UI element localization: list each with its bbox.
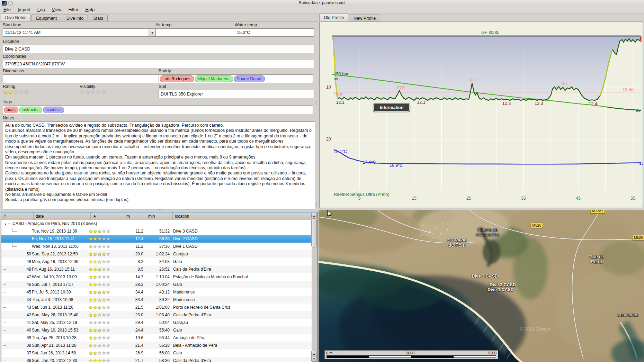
dive-row[interactable]: –38Sun, Apr 21, 2013 11:28★★★★★21.456:28… [1,342,312,349]
dive-row[interactable]: –37Sat, Jan 26, 2013 14:58★★★★★26.956:08… [1,349,312,357]
star-icon: ★ [97,335,102,341]
menu-view[interactable]: View [48,6,65,13]
tab-equipment[interactable]: Equipment [32,15,61,21]
vertical-splitter-handle-2[interactable] [316,202,317,207]
visibility-stars[interactable]: ★★★★★ [80,89,106,95]
dive-row[interactable]: –43Sat, Jun 1, 2013 11:26★★★★★21.51:01:0… [1,304,312,311]
dive-row[interactable]: –47Wed, Jul 10, 2013 13:09★★★★★14.71:10:… [1,273,312,281]
dive-row[interactable]: –41Sat, May 25, 2013 12:19★★★★★29.450:04… [1,319,312,326]
dive-profile-chart: GF 30/85 150 bar air 80 10.8m 10.8 16 Re… [319,21,643,208]
dive-row[interactable]: –46Sun, Jul 7, 2013 17:17★★★★★28.21:00:2… [1,281,312,288]
star-icon: ★ [85,89,90,95]
pressure-end-label: 80 [636,108,641,113]
scale-max: 5200 [488,351,497,355]
dive-row[interactable]: Wed, Nov 13, 2013 11:06★★★★★11.237:36Div… [1,243,312,250]
chevron-down-icon[interactable]: ▼ [149,29,156,36]
col-duration[interactable]: min [146,212,172,220]
chip-scientific[interactable]: scientific [43,107,64,113]
chip-luís-rodrigues[interactable]: Luís Rodrigues, [160,75,194,82]
scroll-down-button[interactable]: ▼ [311,356,317,362]
star-icon: ★ [89,305,93,310]
col-depth[interactable]: m [124,212,146,220]
star-icon: ★ [90,89,96,95]
subsurface-window: Subsurface: paneves.xml FileImportLogVie… [0,0,644,362]
dive-site-marker-2[interactable]: Dive 2 CASD [490,282,516,287]
menu-import[interactable]: Import [14,6,34,13]
tab-old-profile[interactable]: Old Profile [319,13,348,21]
dive-row[interactable]: –40Sun, May 19, 2013 15:53★★★★★24.455:40… [1,326,312,334]
water-label-line1: Ribeira de [477,227,498,232]
tab-dive-info[interactable]: Dive Info [62,15,88,21]
water-temp-field[interactable]: 15.3°C [235,28,314,37]
star-icon: ★ [93,327,98,333]
dive-site-map[interactable]: M1281 M526 M526 Ribeira de Alcantarilha … [319,210,644,362]
location-field[interactable]: Dive 2 CASD [3,45,314,53]
tab-new-profile[interactable]: New Profile [349,15,380,21]
tab-dive-notes[interactable]: Dive Notes [1,13,31,21]
horizontal-splitter-handle[interactable] [158,209,162,210]
coordinates-field[interactable]: 37°05'23.460"N 8°20'47.879"W [3,60,314,68]
vertical-splitter-handle[interactable] [316,101,317,105]
x-tick: 55 [630,196,635,201]
buddy-label: Buddy [159,69,171,73]
collapse-icon[interactable]: ∨ [4,222,7,226]
dive-row[interactable]: –42Sun, May 26, 2013 15:40★★★★★23.01:03:… [1,311,312,319]
location-label: Location [3,39,19,44]
tab-stats[interactable]: Stats [89,15,108,21]
scroll-up-button[interactable]: ▲ [311,213,317,218]
event-depth-label: 9.1 [470,78,476,83]
col-rating[interactable]: ★ [90,212,124,220]
air-temp-field[interactable] [155,28,236,37]
dive-row[interactable]: Tue, Nov 19, 2013 11:39★★★★★11.251:32Div… [1,227,312,235]
star-icon: ★ [102,343,106,348]
chip-miguel-madureira[interactable]: Miguel Madureira, [195,75,233,82]
star-icon: ★ [89,312,93,318]
road-badge-m1281: M1281 [590,210,605,214]
scrollbar-thumb[interactable] [311,218,317,247]
buddy-field[interactable]: Luís Rodrigues,Miguel Madureira,Duarte D… [159,74,313,83]
event-depth-label: 10.5 [396,85,404,90]
suit-field[interactable]: DUI TLS 350 Explorer [159,90,314,98]
rating-stars[interactable]: ★★★★★ [3,89,29,95]
visibility-label: Visibility [80,84,95,89]
chip-boat[interactable]: boat, [4,107,18,113]
col-date[interactable]: date [33,212,90,220]
dive-row[interactable]: –50Sun, Sep 22, 2013 12:59★★★★★28.01:02:… [1,250,312,258]
divemaster-field[interactable] [3,74,159,83]
dive-row[interactable]: –44Thu, Jul 4, 2013 10:08★★★★★33.439:32M… [1,296,312,304]
menu-filter[interactable]: Filter [65,6,82,13]
col-number[interactable]: # [1,212,33,220]
dive-row[interactable]: –48Fri, Aug 16, 2013 15:11★★★★★8.526:52C… [1,265,312,273]
chip-duarte-duarte[interactable]: Duarte Duarte [234,75,265,82]
scale-mid: 2600 [406,351,414,355]
chip-instructor[interactable]: instructor, [19,107,42,113]
tags-field[interactable]: boat,instructor,scientific [3,105,313,114]
notes-textarea[interactable]: Aula do curso CASD. Transectos c/video e… [3,121,315,209]
star-icon: ★ [89,274,93,280]
star-icon: ★ [89,335,93,341]
window-menu-icon[interactable] [8,1,13,6]
dive-row[interactable]: –36Sun, Jan 20, 2013 12:33★★★★★21.758:36… [1,357,312,362]
dive-site-marker-1[interactable]: Dive 1 CASD [488,287,514,292]
dive-row[interactable]: –45Fri, Jul 5, 2013 10:39★★★★★34.443:12M… [1,288,312,296]
star-icon: ★ [106,289,110,295]
star-icon: ★ [93,312,98,318]
menu-file[interactable]: File [0,6,14,13]
star-icon: ★ [106,335,110,341]
col-location[interactable]: location [172,212,312,220]
scroll-up-button-2[interactable]: ▲ [311,351,317,356]
star-icon: ★ [89,358,93,362]
information-button[interactable]: Information [373,103,410,112]
menu-log[interactable]: Log [34,6,48,13]
dive-row[interactable]: –39Thu, Apr 25, 2013 10:28★★★★★19.653:44… [1,334,312,342]
temperature-label: 17.4°C [363,160,376,165]
dive-row[interactable]: Fri, Nov 15, 2013 11:41★★★★★12.456:35Div… [1,235,312,243]
segment-depth-label: 12.3 [502,101,511,106]
start-time-combo[interactable]: 11/15/13 11:41 AM ▼ [3,28,156,37]
dive-site-marker-3[interactable]: Dive 3 CASD [472,274,498,279]
star-icon: ★ [106,228,110,234]
star-icon: ★ [106,236,110,242]
trip-row[interactable]: ∨ – CASD - Armação de Pêra, Nov 2013 (3 … [1,220,312,227]
menu-help[interactable]: Help [82,6,98,13]
dive-row[interactable]: –49Mon, Aug 19, 2013 12:06★★★★★8.234:08G… [1,258,312,265]
